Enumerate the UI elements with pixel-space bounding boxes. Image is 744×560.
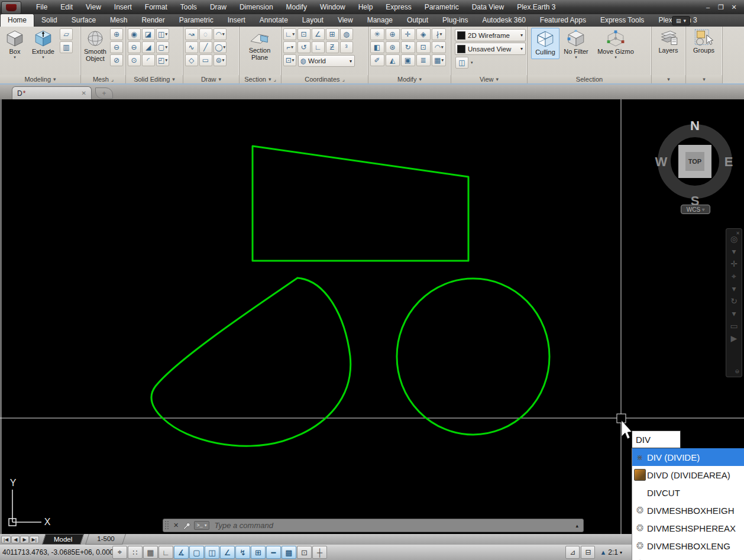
- rect-array-icon[interactable]: ▦▾: [432, 54, 446, 66]
- object-snap-toggle[interactable]: ▢: [189, 546, 204, 559]
- app-menu-button[interactable]: [1, 1, 21, 14]
- menu-item[interactable]: View: [79, 1, 108, 14]
- quick-properties-toggle[interactable]: ⊡: [297, 546, 312, 559]
- menu-item[interactable]: File: [30, 1, 54, 14]
- subtract-icon[interactable]: ⊖: [128, 41, 141, 53]
- close-icon[interactable]: ✕: [170, 522, 182, 529]
- menu-item[interactable]: Parametric: [418, 1, 465, 14]
- offset-icon[interactable]: ≣: [416, 54, 431, 66]
- autocomplete-item[interactable]: ❂ DIVMESHBOXHEIGH: [632, 501, 744, 519]
- trim-icon[interactable]: ∤▾: [432, 28, 446, 40]
- egg-shape[interactable]: [151, 278, 351, 446]
- ribbon-tab[interactable]: Render: [134, 14, 172, 27]
- ribbon-tab[interactable]: Output: [400, 14, 435, 27]
- ucs-x-icon[interactable]: ⌐▾: [283, 41, 296, 53]
- section-plane-button[interactable]: Section Plane: [241, 28, 279, 61]
- slice-icon[interactable]: ◰▾: [156, 54, 169, 66]
- revision-cloud-icon[interactable]: ◌: [199, 28, 212, 40]
- panel-footer-selection[interactable]: Selection: [528, 75, 651, 83]
- polysolid-icon[interactable]: ▥: [60, 41, 73, 53]
- fillet-icon[interactable]: ◠▾: [432, 41, 446, 53]
- file-tab[interactable]: D * ✕: [12, 86, 92, 99]
- object-snap-tracking-toggle[interactable]: ∠: [220, 546, 235, 559]
- ribbon-tab[interactable]: Express Tools: [593, 14, 651, 27]
- expand-history-icon[interactable]: ▴: [575, 523, 578, 529]
- autocomplete-item[interactable]: DIVD (DIVIDEAREA): [632, 466, 744, 484]
- viewcube-north[interactable]: N: [690, 118, 700, 133]
- taper-faces-icon[interactable]: ◢: [142, 41, 155, 53]
- extrude-faces-icon[interactable]: ◪: [142, 28, 155, 40]
- ucs-named-icon[interactable]: ⊞: [326, 28, 339, 40]
- menu-item[interactable]: Draw: [203, 1, 233, 14]
- mesh-refine-add-icon[interactable]: ⊕: [110, 28, 123, 40]
- command-line[interactable]: ✕ >_ ▾ Type a command ▴: [163, 519, 584, 532]
- shell-icon[interactable]: ▢▾: [156, 41, 169, 53]
- arc-icon[interactable]: ◠▾: [214, 28, 227, 40]
- wcs-dropdown[interactable]: WCS ▿: [681, 205, 710, 214]
- menu-item[interactable]: Dimension: [233, 1, 280, 14]
- viewcube-west[interactable]: W: [655, 154, 668, 169]
- ucs-3point-icon[interactable]: ³: [340, 41, 353, 53]
- selection-cycling-toggle[interactable]: ┼: [312, 546, 327, 559]
- ucs-world-icon[interactable]: ◍: [340, 28, 353, 40]
- viewcube-east[interactable]: E: [724, 154, 733, 169]
- 3d-rotate-icon[interactable]: ⊛: [386, 41, 400, 53]
- show-motion-icon[interactable]: ▭: [730, 322, 737, 330]
- menu-item[interactable]: Window: [313, 1, 352, 14]
- ucs-apply-icon[interactable]: ⊡▾: [283, 54, 296, 66]
- autocomplete-item[interactable]: ❂: [632, 555, 744, 560]
- customize-wrench-icon[interactable]: [182, 522, 190, 530]
- erase-icon[interactable]: ✐: [370, 54, 384, 66]
- visual-style-dropdown[interactable]: 2D Wireframe ▾: [455, 29, 526, 41]
- lineweight-toggle[interactable]: ━: [266, 546, 281, 559]
- ucs-previous-icon[interactable]: ↺: [297, 41, 310, 53]
- ribbon-tab[interactable]: Featured Apps: [533, 14, 593, 27]
- dynamic-input-toggle[interactable]: ⊞: [251, 546, 266, 559]
- rectangle-icon[interactable]: ▭: [199, 54, 212, 66]
- named-view-dropdown[interactable]: Unsaved View ▾: [455, 43, 526, 55]
- ribbon-display-options-button[interactable]: ▤ ▾: [672, 16, 690, 25]
- ribbon-tab[interactable]: Mesh: [103, 14, 134, 27]
- menu-item[interactable]: Help: [352, 1, 380, 14]
- close-icon[interactable]: ✕: [736, 229, 740, 238]
- ucs-origin-icon[interactable]: ∟: [312, 41, 325, 53]
- menu-item[interactable]: Edit: [54, 1, 79, 14]
- menu-item[interactable]: Express: [379, 1, 418, 14]
- panel-footer-view[interactable]: View▾: [451, 75, 527, 83]
- ucs-view-icon[interactable]: ⊡: [297, 28, 310, 40]
- pan-hand-icon[interactable]: ✛: [730, 260, 737, 268]
- ucs-z-axis-icon[interactable]: Ƶ: [326, 41, 339, 53]
- autocomplete-item[interactable]: ⋇ DIV (DIVIDE): [632, 448, 744, 466]
- fillet-edge-icon[interactable]: ◜: [142, 54, 155, 66]
- extrude-button[interactable]: Extrude ▾: [28, 28, 58, 59]
- ribbon-tab[interactable]: Parametric: [172, 14, 221, 27]
- ribbon-tab[interactable]: Layout: [295, 14, 331, 27]
- panel-footer-modify[interactable]: Modify▾: [368, 75, 451, 83]
- ucs-icon[interactable]: ∟▾: [283, 28, 296, 40]
- coordinates-display[interactable]: 4011713.4763, -3.0685E+06, 0.0000: [0, 548, 110, 556]
- align-icon[interactable]: ◭: [386, 54, 400, 66]
- 3d-move-icon[interactable]: ⊕: [386, 28, 400, 40]
- 3d-array-icon[interactable]: ◈: [416, 28, 431, 40]
- transparency-toggle[interactable]: ▩: [282, 546, 296, 559]
- command-autocomplete-input[interactable]: DIV: [632, 430, 681, 448]
- mesh-refine-remove-icon[interactable]: ⊖: [110, 41, 123, 53]
- ortho-mode-toggle[interactable]: ∟: [158, 546, 173, 559]
- spline-icon[interactable]: ∿: [185, 41, 198, 53]
- union-icon[interactable]: ◉: [128, 28, 141, 40]
- intersect-icon[interactable]: ⊙: [128, 54, 141, 66]
- polar-tracking-toggle[interactable]: ∡: [174, 546, 189, 559]
- panel-footer-mesh[interactable]: Mesh⌟: [81, 75, 125, 83]
- caret-down-icon[interactable]: ▾: [732, 284, 736, 293]
- quick-view-layouts-button[interactable]: ⊟: [581, 546, 595, 559]
- ribbon-tab[interactable]: View: [331, 14, 360, 27]
- layers-button[interactable]: Layers: [653, 28, 684, 54]
- circle-shape[interactable]: [397, 279, 549, 435]
- autocomplete-item[interactable]: ❂ DIVMESHSPHEREAX: [632, 519, 744, 537]
- drag-grip-icon[interactable]: [164, 520, 170, 530]
- dynamic-ucs-toggle[interactable]: ↯: [235, 546, 250, 559]
- model-space-button[interactable]: ⊿: [565, 546, 580, 559]
- box-button[interactable]: Box ▾: [1, 28, 28, 59]
- first-tab-icon[interactable]: |◀: [1, 536, 11, 543]
- presspull-icon[interactable]: ▱: [60, 28, 73, 40]
